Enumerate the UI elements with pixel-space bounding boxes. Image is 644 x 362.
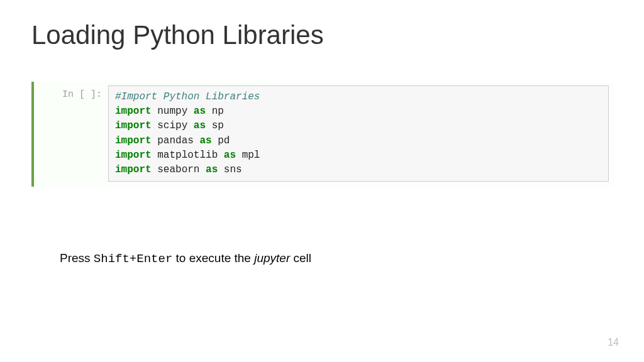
keyboard-shortcut: Shift+Enter bbox=[94, 252, 172, 266]
code-line: import scipy as sp bbox=[115, 119, 602, 133]
code-comment: #Import Python Libraries bbox=[115, 90, 602, 104]
code-line: import seaborn as sns bbox=[115, 163, 602, 177]
code-input[interactable]: #Import Python Libraries import numpy as… bbox=[108, 85, 609, 182]
jupyter-cell: In [ ]: #Import Python Libraries import … bbox=[31, 82, 614, 187]
slide-title: Loading Python Libraries bbox=[31, 20, 324, 50]
code-line: import pandas as pd bbox=[115, 134, 602, 148]
code-line: import numpy as np bbox=[115, 104, 602, 119]
instruction-text: Press Shift+Enter to execute the jupyter… bbox=[60, 251, 311, 266]
page-number: 14 bbox=[608, 337, 619, 348]
code-line: import matplotlib as mpl bbox=[115, 148, 602, 163]
cell-prompt: In [ ]: bbox=[39, 85, 108, 100]
